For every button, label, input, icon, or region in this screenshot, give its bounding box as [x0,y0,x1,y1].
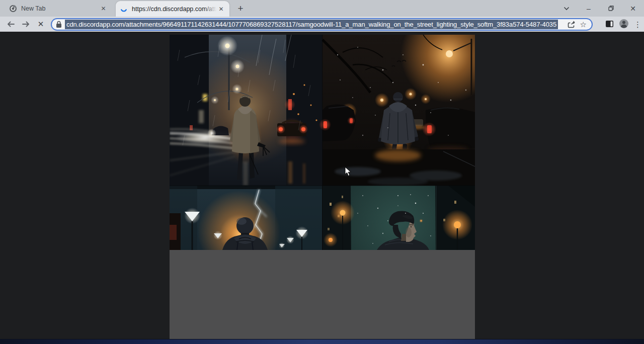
menu-kebab-icon[interactable]: ⋮ [634,20,641,29]
minimize-icon[interactable]: – [578,1,600,16]
profile-avatar-icon[interactable] [619,19,629,31]
bookmark-star-icon[interactable]: ☆ [580,20,587,29]
toolbar-right: ⋮ [605,18,641,31]
tab-discord-cdn[interactable]: https://cdn.discordapp.com/atta ✕ [116,1,229,17]
tab-title: New Tab [21,5,99,12]
loading-spinner-icon [120,5,128,13]
title-fade [204,6,217,13]
image-unloaded-placeholder [170,250,475,339]
url-text[interactable]: cdn.discordapp.com/attachments/966491171… [65,20,563,29]
share-icon[interactable] [568,21,576,28]
toolbar: ✕ cdn.discordapp.com/attachments/9664911… [0,17,644,32]
page-viewport [0,32,644,344]
stop-icon[interactable]: ✕ [33,17,48,31]
url-selected-text: cdn.discordapp.com/attachments/966491171… [65,20,558,29]
lock-icon[interactable] [56,21,62,28]
tab-close-icon[interactable]: ✕ [217,5,225,13]
side-panel-icon[interactable] [605,20,614,30]
restore-icon[interactable] [600,1,622,16]
forward-icon[interactable] [18,17,33,31]
back-icon[interactable] [3,17,18,31]
tab-new-tab[interactable]: New Tab ✕ [5,0,112,17]
window-controls: – ✕ [555,0,644,17]
chrome-favicon-icon [9,5,17,13]
window-close-icon[interactable]: ✕ [622,1,644,16]
tab-close-icon[interactable]: ✕ [99,4,108,13]
taskbar-edge[interactable] [0,339,644,344]
tab-title: https://cdn.discordapp.com/atta [132,6,217,13]
tab-search-chevron-icon[interactable] [555,1,578,16]
new-tab-icon[interactable]: + [234,3,247,15]
address-bar[interactable]: cdn.discordapp.com/attachments/966491171… [51,18,593,31]
generated-image-grid[interactable] [170,35,475,339]
mouse-cursor [345,166,352,179]
tab-strip: New Tab ✕ https://cdn.discordapp.com/att… [0,0,644,17]
